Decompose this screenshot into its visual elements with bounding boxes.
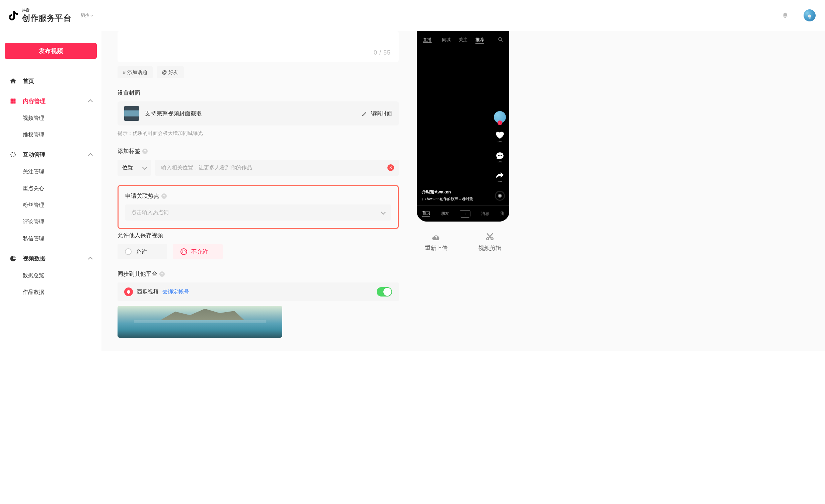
sidebar-item-dm-manage[interactable]: 私信管理 — [5, 230, 97, 247]
radio-icon — [125, 248, 132, 255]
description-box[interactable]: 0 / 55 — [118, 31, 399, 62]
hotspot-section-highlighted: 申请关联热点 ? 点击输入热点词 — [118, 185, 399, 229]
tags-section: 添加标签 ? 位置 ✕ — [118, 147, 399, 176]
scissors-icon — [485, 232, 495, 241]
sync-title: 同步到其他平台 — [118, 270, 157, 278]
help-icon[interactable]: ? — [159, 271, 165, 277]
sidebar-item-comment-manage[interactable]: 评论管理 — [5, 214, 97, 230]
user-avatar[interactable] — [804, 9, 816, 21]
author-avatar-icon[interactable] — [494, 111, 506, 123]
chevron-down-icon — [142, 165, 147, 169]
sidebar-item-interact[interactable]: 互动管理 — [5, 146, 97, 163]
svg-rect-2 — [11, 101, 13, 104]
mention-friend-button[interactable]: @ 好友 — [157, 66, 184, 78]
header-left: 抖音 创作服务平台 切换 — [9, 8, 93, 23]
cover-section: 设置封面 支持完整视频封面截取 编辑封面 提示：优质的封面会极大增加同城曝光 — [118, 89, 399, 137]
help-icon[interactable]: ? — [142, 149, 148, 154]
home-icon — [9, 77, 17, 85]
interact-icon — [9, 151, 17, 158]
preview-column: 直播 同城 关注 推荐 **** **** **** @时蛰Awaken ♪♪A… — [409, 31, 517, 338]
location-input[interactable] — [155, 160, 399, 176]
phone-nav-home[interactable]: 首页 — [422, 210, 430, 217]
radio-icon — [180, 248, 187, 255]
sidebar-item-data-overview[interactable]: 数据总览 — [5, 267, 97, 284]
chevron-up-icon — [88, 256, 93, 261]
svg-point-4 — [11, 152, 15, 157]
logo-big-text: 创作服务平台 — [22, 13, 71, 23]
top-header: 抖音 创作服务平台 切换 — [0, 0, 825, 31]
xigua-preview-image[interactable] — [118, 306, 282, 338]
publish-video-button[interactable]: 发布视频 — [5, 43, 97, 59]
video-edit-button[interactable]: 视频剪辑 — [478, 232, 501, 252]
phone-nav-messages[interactable]: 消息 — [481, 211, 489, 217]
share-icon[interactable]: **** — [495, 171, 505, 183]
svg-rect-3 — [13, 101, 16, 104]
hotspot-title: 申请关联热点 — [125, 192, 159, 200]
clear-input-icon[interactable]: ✕ — [387, 164, 394, 171]
phone-nav-me[interactable]: 我 — [500, 211, 504, 217]
music-disc-icon[interactable] — [495, 191, 505, 201]
piechart-icon — [9, 255, 17, 262]
phone-preview: 直播 同城 关注 推荐 **** **** **** @时蛰Awaken ♪♪A… — [417, 31, 509, 222]
edit-cover-button[interactable]: 编辑封面 — [362, 110, 392, 117]
radio-disallow[interactable]: 不允许 — [173, 244, 223, 259]
switch-button[interactable]: 切换 — [81, 12, 93, 18]
add-topic-button[interactable]: # 添加话题 — [118, 66, 153, 78]
save-allow-section: 允许他人保存视频 允许 不允许 — [118, 232, 399, 259]
char-count: 0 / 55 — [374, 49, 391, 56]
search-icon[interactable] — [498, 37, 503, 42]
help-icon[interactable]: ? — [161, 193, 167, 199]
comment-icon[interactable]: **** — [496, 151, 504, 164]
phone-tab-follow[interactable]: 关注 — [459, 37, 467, 44]
phone-tab-recommend[interactable]: 推荐 — [475, 37, 484, 44]
form-column: 0 / 55 # 添加话题 @ 好友 设置封面 支持完整视频封面截取 编辑封面 … — [118, 31, 399, 338]
chevron-down-icon — [90, 13, 93, 16]
svg-point-9 — [486, 238, 489, 240]
like-icon[interactable]: **** — [495, 131, 505, 144]
sync-section: 同步到其他平台 ? 西瓜视频 去绑定帐号 — [118, 270, 399, 338]
tag-type-select[interactable]: 位置 — [118, 160, 151, 176]
bell-icon[interactable] — [782, 12, 789, 19]
sidebar-item-important[interactable]: 重点关心 — [5, 180, 97, 197]
reupload-button[interactable]: 重新上传 — [425, 232, 448, 252]
sidebar-item-work-data[interactable]: 作品数据 — [5, 284, 97, 301]
phone-bottom-nav: 首页 朋友 + 消息 我 — [417, 205, 509, 222]
phone-nav-plus-icon[interactable]: + — [460, 210, 470, 218]
phone-author[interactable]: @时蛰Awaken — [422, 189, 489, 195]
svg-rect-0 — [11, 99, 13, 101]
sync-toggle[interactable] — [377, 287, 392, 297]
sync-row: 西瓜视频 去绑定帐号 — [118, 282, 399, 301]
sidebar-item-video-manage[interactable]: 视频管理 — [5, 110, 97, 127]
chevron-down-icon — [381, 209, 386, 214]
phone-top-tabs: 直播 同城 关注 推荐 — [417, 37, 509, 44]
sidebar-item-rights-manage[interactable]: 维权管理 — [5, 127, 97, 143]
sidebar-item-home[interactable]: 首页 — [5, 72, 97, 90]
cover-row: 支持完整视频封面截取 编辑封面 — [118, 101, 399, 125]
phone-music[interactable]: ♪♪Awaken创作的原声 – @时蛰 — [422, 196, 489, 201]
xigua-icon — [124, 287, 133, 296]
logo-small-text: 抖音 — [22, 8, 71, 13]
pencil-icon — [362, 111, 367, 116]
cover-thumbnail[interactable] — [124, 106, 139, 121]
sidebar-item-fans-manage[interactable]: 粉丝管理 — [5, 197, 97, 214]
phone-tab-live[interactable]: 直播 — [423, 37, 432, 43]
save-allow-title: 允许他人保存视频 — [118, 232, 399, 239]
phone-tab-local[interactable]: 同城 — [442, 37, 451, 44]
bind-account-link[interactable]: 去绑定帐号 — [162, 288, 189, 296]
phone-nav-friends[interactable]: 朋友 — [441, 211, 449, 217]
phone-caption: @时蛰Awaken ♪♪Awaken创作的原声 – @时蛰 — [422, 189, 489, 201]
svg-point-10 — [491, 238, 493, 240]
cover-desc: 支持完整视频封面截取 — [145, 110, 356, 117]
svg-point-6 — [498, 155, 499, 156]
sidebar-item-data[interactable]: 视频数据 — [5, 250, 97, 267]
hotspot-select[interactable]: 点击输入热点词 — [125, 204, 391, 221]
radio-allow[interactable]: 允许 — [118, 244, 167, 259]
sidebar-item-follow-manage[interactable]: 关注管理 — [5, 163, 97, 180]
cover-title: 设置封面 — [118, 89, 399, 97]
sidebar-item-content[interactable]: 内容管理 — [5, 92, 97, 110]
main-content: 0 / 55 # 添加话题 @ 好友 设置封面 支持完整视频封面截取 编辑封面 … — [101, 31, 825, 351]
logo[interactable]: 抖音 创作服务平台 — [9, 8, 71, 23]
chevron-up-icon — [88, 99, 93, 104]
grid-icon — [9, 97, 17, 105]
chevron-up-icon — [88, 153, 93, 157]
